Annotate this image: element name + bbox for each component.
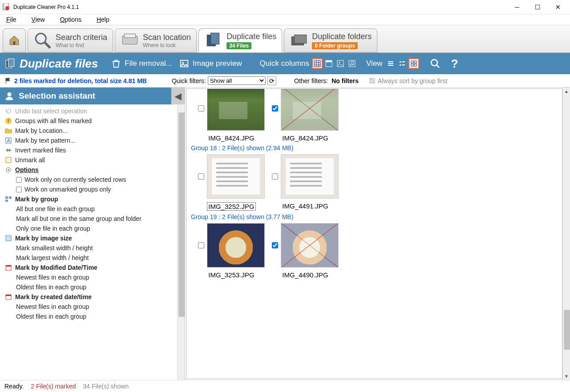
file-checkbox[interactable] [198, 105, 204, 112]
menubar: File View Options Help [0, 14, 570, 25]
file-item[interactable]: IMG_4491.JPG [272, 154, 339, 211]
file-item[interactable]: IMG_3252.JPG [198, 154, 265, 211]
magnifier-icon [33, 31, 52, 50]
thumbnail[interactable] [207, 88, 265, 131]
tab-title: Duplicate folders [312, 32, 372, 41]
tab-sub: Where to look [143, 42, 191, 48]
quickcol-grid-icon[interactable] [312, 58, 323, 69]
svg-line-5 [44, 42, 50, 48]
quick-filters-select[interactable]: Show all [208, 76, 266, 85]
menu-options[interactable]: Options [60, 16, 81, 23]
svg-point-15 [182, 62, 184, 64]
sa-smallest-wh[interactable]: Mark smallest width / height [0, 243, 177, 253]
search-button[interactable] [430, 58, 444, 69]
files-icon [4, 58, 16, 69]
quickcol-audio-icon[interactable] [347, 58, 357, 69]
trash-icon [111, 59, 121, 68]
blue-toolbar: Duplicate files File removal... Image pr… [0, 53, 570, 74]
group-header: Group 18 : 2 File(s) shown (2.94 MB) [191, 144, 558, 152]
file-checkbox[interactable] [272, 173, 278, 180]
app-icon [2, 3, 10, 11]
minimize-button[interactable]: ─ [507, 0, 527, 14]
file-checkbox[interactable] [198, 242, 204, 248]
menu-file[interactable]: File [6, 16, 16, 23]
file-checkbox[interactable] [198, 173, 204, 180]
home-icon [8, 33, 20, 48]
tab-duplicate-files[interactable]: Duplicate files 34 Files [198, 28, 282, 52]
quickcol-window-icon[interactable] [323, 58, 334, 69]
sa-largest-wh[interactable]: Mark largest width / height [0, 253, 177, 263]
thumbnail[interactable] [207, 223, 265, 268]
file-item[interactable]: IMG_8424.JPG [272, 88, 339, 142]
menu-help[interactable]: Help [97, 16, 109, 23]
thumbnail[interactable] [281, 88, 339, 131]
tab-duplicate-folders[interactable]: Duplicate folders 0 Folder groups [284, 28, 377, 52]
navtabs: Search criteria What to find Scan locati… [0, 25, 570, 53]
thumbnail[interactable] [207, 154, 265, 199]
sa-unmark-all[interactable]: Unmark all [0, 155, 177, 165]
sa-groups-all-marked[interactable]: !Groups with all files marked [0, 116, 177, 126]
selection-assistant-header: Selection assistant ◀ [0, 88, 185, 104]
svg-rect-49 [5, 196, 8, 199]
svg-point-2 [5, 6, 9, 10]
quickcol-image-icon[interactable] [335, 58, 346, 69]
maximize-button[interactable]: ☐ [527, 0, 548, 14]
collapse-sidebar-button[interactable]: ◀ [171, 88, 185, 104]
image-preview-button[interactable]: Image preview [179, 59, 242, 68]
always-sort-checkbox[interactable]: Always sort by group first [369, 77, 447, 84]
file-item[interactable]: IMG_3253.JPG [198, 223, 265, 279]
sa-invert[interactable]: Invert marked files [0, 145, 177, 155]
sa-oldest-each2[interactable]: Oldest files in each group [0, 312, 177, 321]
file-item[interactable]: IMG_4490.JPG [272, 223, 339, 279]
svg-line-40 [437, 65, 439, 68]
status-shown: 34 File(s) shown [83, 383, 129, 390]
tab-search-criteria[interactable]: Search criteria What to find [28, 28, 113, 52]
svg-rect-23 [337, 60, 344, 67]
close-button[interactable]: ✕ [548, 0, 568, 14]
menu-view[interactable]: View [32, 16, 45, 23]
search-icon [430, 58, 441, 69]
svg-point-41 [7, 92, 11, 96]
sa-oldest-each[interactable]: Oldest files in each group [0, 282, 177, 292]
filterbar: 2 files marked for deletion, total size … [0, 74, 570, 88]
svg-point-26 [350, 64, 352, 66]
sa-opt-selected-rows[interactable]: Work only on currently selected rows [0, 175, 177, 184]
tab-home[interactable] [3, 28, 26, 52]
sa-opt-unmarked-groups[interactable]: Work on unmarked groups only [0, 184, 177, 194]
sa-mark-by-created: Mark by created date/time [0, 292, 177, 302]
sa-all-but-one[interactable]: All but one file in each group [0, 204, 177, 214]
statusbar: Ready. 2 File(s) marked 34 File(s) shown [0, 380, 570, 392]
sa-mark-by-text[interactable]: AMark by text pattern... [0, 136, 177, 145]
file-item[interactable]: IMG_8424.JPG [198, 88, 265, 142]
flag-icon [4, 77, 12, 84]
svg-rect-13 [8, 59, 14, 66]
view-thumbnails-icon[interactable] [408, 58, 419, 69]
sa-options[interactable]: Options [0, 165, 177, 175]
svg-point-48 [8, 169, 9, 171]
file-removal-button[interactable]: File removal... [111, 59, 172, 68]
file-checkbox[interactable] [272, 242, 278, 248]
person-icon [4, 91, 14, 101]
refresh-filter-button[interactable]: ⟳ [267, 76, 276, 85]
sa-all-but-one-same[interactable]: Mark all but one in the same group and f… [0, 214, 177, 224]
svg-rect-37 [411, 64, 413, 66]
svg-text:!: ! [8, 118, 9, 124]
file-checkbox[interactable] [272, 105, 278, 112]
sa-only-one[interactable]: Only one file in each group [0, 224, 177, 233]
svg-point-24 [339, 62, 340, 64]
help-button[interactable]: ? [451, 57, 458, 71]
thumbnail[interactable] [281, 223, 339, 268]
sa-newest-each2[interactable]: Newest files in each group [0, 302, 177, 312]
sa-undo[interactable]: Undo last select operation [0, 106, 177, 116]
sidebar-scrollbar[interactable] [177, 104, 185, 380]
sa-mark-by-group: Mark by group [0, 194, 177, 204]
sa-mark-by-location[interactable]: Mark by Location... [0, 126, 177, 136]
thumbnail[interactable] [281, 154, 339, 199]
view-list-icon[interactable] [385, 58, 396, 69]
folders-icon [290, 31, 308, 50]
main-scrollbar[interactable]: ▲ ▼ [562, 88, 570, 380]
tab-scan-location[interactable]: Scan location Where to look [115, 28, 197, 52]
sa-newest-each[interactable]: Newest files in each group [0, 272, 177, 282]
view-details-icon[interactable] [397, 58, 408, 69]
status-ready: Ready. [4, 383, 24, 390]
